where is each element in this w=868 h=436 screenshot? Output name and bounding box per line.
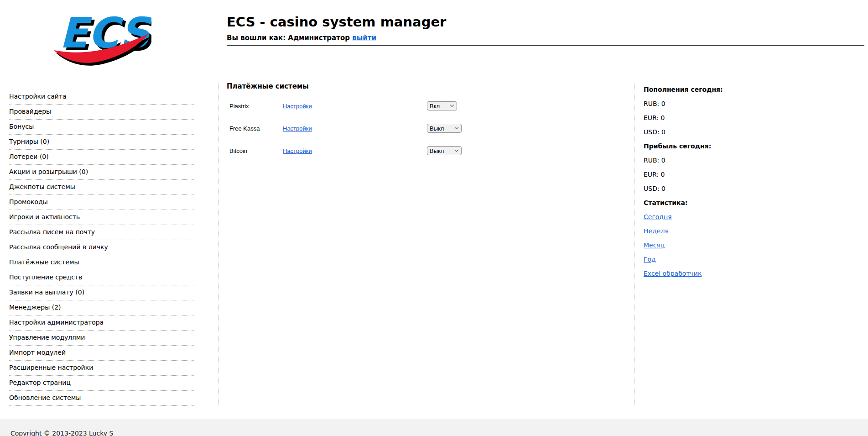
sidebar-item-admin-settings[interactable]: Настройки администратора — [9, 315, 194, 331]
logout-link[interactable]: выйти — [352, 34, 376, 42]
sidebar-item-incoming-funds[interactable]: Поступление средств — [9, 270, 194, 285]
deposits-usd: USD: 0 — [644, 128, 771, 136]
sidebar-item-payment-systems[interactable]: Платёжные системы — [9, 255, 194, 270]
login-status-text: Вы вошли как: Администратор — [227, 34, 350, 42]
payment-row-piastrix: Piastrix Настройки Вкл — [227, 101, 624, 110]
payment-systems-list: Piastrix Настройки Вкл Free Kassa Настро… — [227, 101, 624, 155]
sidebar-item-page-editor[interactable]: Редактор страниц — [9, 376, 194, 391]
sidebar-item-players[interactable]: Игроки и активность — [9, 210, 194, 225]
statistics-header: Статистика: — [644, 199, 771, 207]
sidebar-item-system-update[interactable]: Обновление системы — [9, 391, 194, 406]
bitcoin-state-select[interactable]: Выкл — [427, 146, 462, 155]
piastrix-state-select[interactable]: Вкл — [427, 101, 457, 110]
piastrix-settings-link[interactable]: Настройки — [283, 103, 312, 110]
sidebar-item-site-settings[interactable]: Настройки сайта — [9, 89, 194, 105]
sidebar-item-payout-requests[interactable]: Заявки на выплату (0) — [9, 285, 194, 300]
sidebar-item-managers[interactable]: Менеджеры (2) — [9, 300, 194, 315]
sidebar-item-jackpots[interactable]: Джекпоты системы — [9, 180, 194, 195]
deposits-eur: EUR: 0 — [644, 114, 771, 122]
profit-usd: USD: 0 — [644, 185, 771, 193]
sidebar-item-advanced[interactable]: Расширенные настройки — [9, 361, 194, 376]
ecs-logo: ECS ECS — [51, 7, 151, 66]
stats-panel: Пополнения сегодня: RUB: 0 EUR: 0 USD: 0… — [644, 86, 771, 284]
profit-today-header: Прибыль сегодня: — [644, 142, 771, 150]
profit-eur: EUR: 0 — [644, 171, 771, 179]
payment-row-bitcoin: Bitcoin Настройки Выкл — [227, 146, 624, 155]
sidebar-item-module-control[interactable]: Управление модулями — [9, 331, 194, 346]
payment-row-freekassa: Free Kassa Настройки Выкл — [227, 124, 624, 133]
payment-name: Free Kassa — [229, 125, 283, 132]
sidebar-menu: Настройки сайта Провайдеры Бонусы Турнир… — [9, 89, 194, 406]
stats-excel-link[interactable]: Excel обработчик — [644, 270, 702, 277]
header-divider — [227, 45, 864, 46]
sidebar-item-tournaments[interactable]: Турниры (0) — [9, 135, 194, 150]
stats-month-link[interactable]: Месяц — [644, 242, 665, 249]
freekassa-settings-link[interactable]: Настройки — [283, 125, 312, 132]
payment-systems-panel: Платёжные системы Piastrix Настройки Вкл… — [227, 83, 624, 168]
payment-name: Bitcoin — [229, 147, 283, 154]
copyright-text: Copyright © 2013-2023 Lucky S — [10, 430, 113, 436]
stats-week-link[interactable]: Неделя — [644, 227, 669, 235]
sidebar-item-module-import[interactable]: Импорт модулей — [9, 346, 194, 361]
sidebar-item-promocodes[interactable]: Промокоды — [9, 195, 194, 210]
stats-today-link[interactable]: Сегодня — [644, 213, 672, 221]
deposits-rub: RUB: 0 — [644, 100, 771, 108]
sidebar-item-providers[interactable]: Провайдеры — [9, 105, 194, 120]
sidebar-item-email-mailing[interactable]: Рассылка писем на почту — [9, 225, 194, 240]
content-right-divider — [634, 79, 634, 405]
freekassa-state-select[interactable]: Выкл — [427, 124, 462, 133]
page-title: ECS - casino system manager — [227, 14, 864, 30]
payment-systems-heading: Платёжные системы — [227, 83, 624, 90]
sidebar-item-lotteries[interactable]: Лотереи (0) — [9, 150, 194, 165]
stats-year-link[interactable]: Год — [644, 256, 656, 263]
payment-name: Piastrix — [229, 103, 283, 110]
sidebar-item-promotions[interactable]: Акции и розыгрыши (0) — [9, 165, 194, 180]
footer: Copyright © 2013-2023 Lucky S — [0, 419, 868, 436]
profit-rub: RUB: 0 — [644, 157, 771, 164]
sidebar-item-bonuses[interactable]: Бонусы — [9, 120, 194, 135]
content-left-divider — [218, 79, 218, 405]
header: ECS - casino system manager Вы вошли как… — [227, 14, 864, 46]
sidebar-item-pm-mailing[interactable]: Рассылка сообщений в личку — [9, 240, 194, 255]
deposits-today-header: Пополнения сегодня: — [644, 86, 771, 94]
login-status: Вы вошли как: Администратор выйти — [227, 34, 864, 42]
bitcoin-settings-link[interactable]: Настройки — [283, 147, 312, 154]
